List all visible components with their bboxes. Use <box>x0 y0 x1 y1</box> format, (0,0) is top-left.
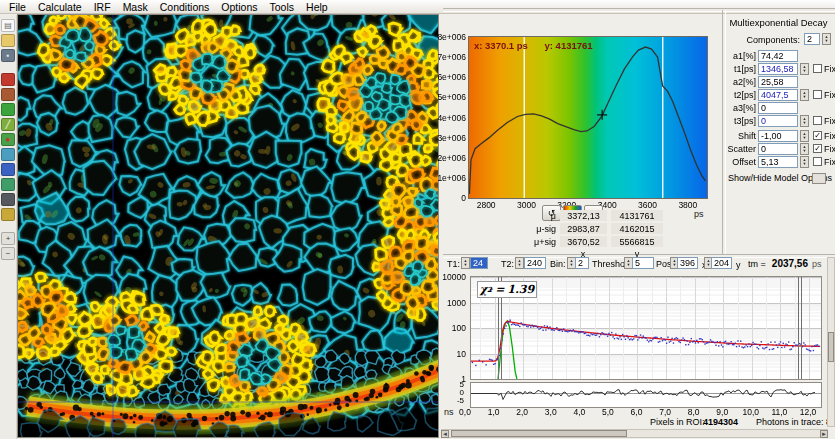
param-input-Shift[interactable]: -1,00 <box>758 130 798 142</box>
image-blue-icon[interactable] <box>1 163 15 176</box>
param-input-t2ps[interactable]: 4047,5 <box>758 89 798 101</box>
horizontal-scrollbar-thumb[interactable] <box>451 430 627 437</box>
control-suffix: y <box>736 260 741 270</box>
photons-in-trace-label: Photons in trace: <box>756 417 824 427</box>
param-input-Offset[interactable]: 5,13 <box>758 156 798 168</box>
zoom-in-icon[interactable]: + <box>1 232 15 245</box>
unlock-icon[interactable] <box>1 88 15 101</box>
param-label-t1ps: t1[ps] <box>724 64 756 74</box>
menu-irf[interactable]: IRF <box>88 1 117 13</box>
residuals-plot[interactable] <box>470 382 822 408</box>
control-spinner[interactable]: ▲▼ <box>461 257 470 269</box>
fix-checkbox[interactable] <box>813 157 822 166</box>
zoom-out-icon[interactable]: − <box>1 247 15 260</box>
fix-label: Fix <box>824 64 835 74</box>
hist-y-tick: 3e+006 <box>437 133 466 143</box>
control-input-Threshold[interactable]: 5 <box>632 257 654 269</box>
menu-conditions[interactable]: Conditions <box>154 1 216 13</box>
fix-checkbox[interactable] <box>813 116 822 125</box>
decay-x-tick: 5,0 <box>596 407 620 417</box>
param-input-a2[interactable]: 25,58 <box>758 76 798 88</box>
calculate-run-icon[interactable] <box>1 103 15 116</box>
decay-x-tick: 2,0 <box>510 407 534 417</box>
param-label-t3ps: t3[ps] <box>724 116 756 126</box>
param-spinner[interactable]: ▲▼ <box>800 156 809 168</box>
fix-checkbox[interactable]: ✓ <box>813 144 822 153</box>
pixels-in-roi-label: Pixels in ROI: <box>650 417 705 427</box>
cells-mask-icon[interactable]: ● <box>1 133 15 146</box>
hist-y-tick: 6e+006 <box>437 72 466 82</box>
components-input[interactable]: 2 <box>804 33 820 45</box>
control-spinner[interactable]: ▲▼ <box>515 257 524 269</box>
control-input-y[interactable]: 204 <box>711 257 732 269</box>
param-input-t1ps[interactable]: 1346,58 <box>758 63 798 75</box>
fix-checkbox[interactable]: ✓ <box>813 131 822 140</box>
param-spinner[interactable]: ▲▼ <box>800 89 809 101</box>
hist-x-tick: 3600 <box>633 200 663 210</box>
vertical-scrollbar[interactable] <box>827 257 835 427</box>
palette-icon[interactable] <box>1 208 15 221</box>
fix-checkbox[interactable] <box>813 90 822 99</box>
stat-y-value: 4162015 <box>611 223 663 234</box>
flim-image-canvas[interactable] <box>18 15 438 437</box>
hist-y-tick: 8e+006 <box>437 32 466 42</box>
menu-calculate[interactable]: Calculate <box>32 1 88 13</box>
decay-x-tick: 4,0 <box>567 407 591 417</box>
image-green-icon[interactable] <box>1 178 15 191</box>
control-label: Bin: <box>550 259 566 269</box>
decay-x-tick: 8,0 <box>682 407 706 417</box>
param-label-a1: a1[%] <box>724 51 756 61</box>
save-icon[interactable]: ▪ <box>1 49 15 62</box>
vertical-scrollbar-thumb[interactable] <box>828 332 834 362</box>
control-input-T1[interactable]: 24 <box>470 257 488 269</box>
brush-icon[interactable]: ╱ <box>1 118 15 131</box>
param-spinner[interactable]: ▲▼ <box>800 143 809 155</box>
fix-label: Fix <box>824 90 835 100</box>
param-spinner[interactable]: ▲▼ <box>800 130 809 142</box>
control-label: T1: <box>447 259 460 269</box>
param-input-a3[interactable]: 0 <box>758 102 798 114</box>
param-label-a3: a3[%] <box>724 103 756 113</box>
flim-image-panel[interactable] <box>17 14 439 438</box>
menu-help[interactable]: Help <box>300 1 334 13</box>
decay-y-tick: 10 <box>438 349 466 359</box>
param-input-Scatter[interactable]: 0 <box>758 143 798 155</box>
fix-label: Fix <box>824 144 835 154</box>
cursor-x-value: x: 3370.1 ps <box>474 40 528 51</box>
param-spinner[interactable]: ▲▼ <box>800 63 809 75</box>
param-label-a2: a2[%] <box>724 77 756 87</box>
color-select-icon[interactable] <box>1 148 15 161</box>
menu-tools[interactable]: Tools <box>264 1 301 13</box>
fix-checkbox[interactable] <box>813 64 822 73</box>
lock-icon[interactable] <box>1 73 15 86</box>
control-input-Bin[interactable]: 2 <box>575 257 589 269</box>
param-input-t3ps[interactable]: 0 <box>758 115 798 127</box>
hist-y-tick: 5e+006 <box>437 92 466 102</box>
chi-sub: r <box>489 286 492 293</box>
components-spinner[interactable]: ▲▼ <box>822 33 831 45</box>
param-input-a1[interactable]: 74,42 <box>758 50 798 62</box>
tm-label: tm = <box>748 259 766 269</box>
hist-x-tick: 3800 <box>673 200 703 210</box>
scroll-right-arrow[interactable]: ► <box>820 430 828 438</box>
components-label: Components: <box>738 35 800 45</box>
scroll-left-arrow[interactable]: ◄ <box>441 430 449 438</box>
lifetime-histogram-plot[interactable] <box>468 36 708 199</box>
control-input-T2[interactable]: 240 <box>524 257 546 269</box>
control-input-Pos[interactable]: 396 <box>677 257 698 269</box>
param-label-t2ps: t2[ps] <box>724 90 756 100</box>
stat-x-value: 3670,52 <box>560 236 607 247</box>
horizontal-scrollbar[interactable] <box>441 429 828 438</box>
stat-row-label: μ-sig <box>500 224 556 234</box>
menu-mask[interactable]: Mask <box>117 1 154 13</box>
hist-y-tick: 7e+006 <box>437 52 466 62</box>
menu-options[interactable]: Options <box>215 1 263 13</box>
fix-label: Fix <box>824 131 835 141</box>
param-spinner[interactable]: ▲▼ <box>800 115 809 127</box>
menu-file[interactable]: File <box>3 1 32 13</box>
camera-icon[interactable] <box>1 193 15 206</box>
new-file-icon[interactable]: ▤ <box>1 19 15 32</box>
model-options-button[interactable] <box>812 173 826 184</box>
stat-row-label: μ <box>500 211 556 221</box>
open-folder-icon[interactable] <box>1 34 15 47</box>
